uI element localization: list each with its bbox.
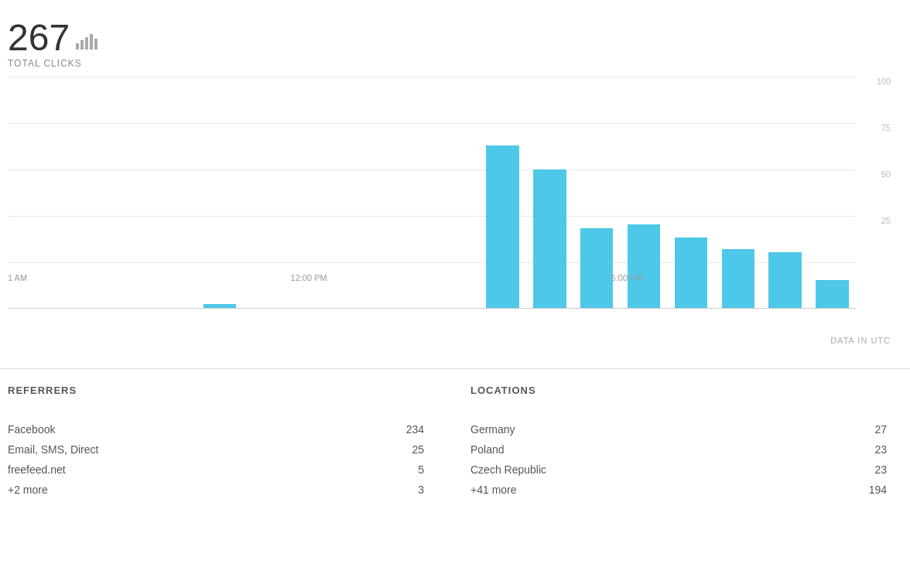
- bar-chart-icon: [76, 26, 98, 50]
- location-count: 23: [770, 439, 902, 460]
- y-label-100: 100: [877, 77, 891, 86]
- list-item: freefeed.net5: [8, 460, 440, 480]
- list-item: Czech Republic23: [470, 460, 902, 480]
- locations-panel: LOCATIONS Germany27Poland23Czech Republi…: [455, 385, 902, 500]
- referrer-name: Email, SMS, Direct: [8, 439, 323, 460]
- location-count: 194: [770, 480, 902, 500]
- location-count: 27: [770, 419, 902, 439]
- stat-header: 267: [8, 19, 895, 56]
- bottom-section: REFERRERS Facebook234Email, SMS, Direct2…: [0, 385, 910, 500]
- referrers-table: Facebook234Email, SMS, Direct25freefeed.…: [8, 419, 440, 500]
- y-label-25: 25: [881, 216, 891, 225]
- total-clicks-number: 267: [8, 19, 70, 56]
- x-axis: 1 AM 12:00 PM 6:00 PM: [8, 266, 856, 289]
- location-name: Germany: [470, 419, 770, 439]
- referrers-panel: REFERRERS Facebook234Email, SMS, Direct2…: [8, 385, 455, 500]
- list-item: +2 more3: [8, 480, 440, 500]
- x-label-12pm: 12:00 PM: [291, 273, 327, 282]
- location-name[interactable]: +41 more: [470, 480, 770, 500]
- referrer-name: Facebook: [8, 419, 323, 439]
- chart-baseline: [8, 308, 856, 309]
- referrer-count: 5: [323, 460, 440, 480]
- list-item: Poland23: [470, 439, 902, 460]
- list-item: +41 more194: [470, 480, 902, 500]
- referrer-count: 25: [323, 439, 440, 460]
- list-item: Facebook234: [8, 419, 440, 439]
- x-label-1am: 1 AM: [8, 273, 27, 282]
- referrers-title: REFERRERS: [8, 385, 440, 396]
- y-label-75: 75: [881, 123, 891, 132]
- total-clicks-label: TOTAL CLICKS: [8, 58, 895, 69]
- referrer-count: 234: [323, 419, 440, 439]
- referrer-count: 3: [323, 480, 440, 500]
- locations-title: LOCATIONS: [470, 385, 902, 396]
- chart-container: 100 75 50 25 1 AM 12:00 PM 6:00 PM: [8, 77, 895, 309]
- referrer-name: freefeed.net: [8, 460, 323, 480]
- location-count: 23: [770, 460, 902, 480]
- top-section: 267 TOTAL CLICKS 100 75 50 25: [0, 0, 910, 353]
- list-item: Germany27: [470, 419, 902, 439]
- list-item: Email, SMS, Direct25: [8, 439, 440, 460]
- utc-label: DATA IN UTC: [8, 336, 895, 345]
- y-label-50: 50: [881, 169, 891, 179]
- location-name: Czech Republic: [470, 460, 770, 480]
- x-label-6pm: 6:00 PM: [611, 273, 643, 282]
- location-name: Poland: [470, 439, 770, 460]
- referrer-name[interactable]: +2 more: [8, 480, 323, 500]
- y-axis: 100 75 50 25: [877, 77, 895, 262]
- section-divider: [0, 368, 910, 369]
- locations-table: Germany27Poland23Czech Republic23+41 mor…: [470, 419, 902, 500]
